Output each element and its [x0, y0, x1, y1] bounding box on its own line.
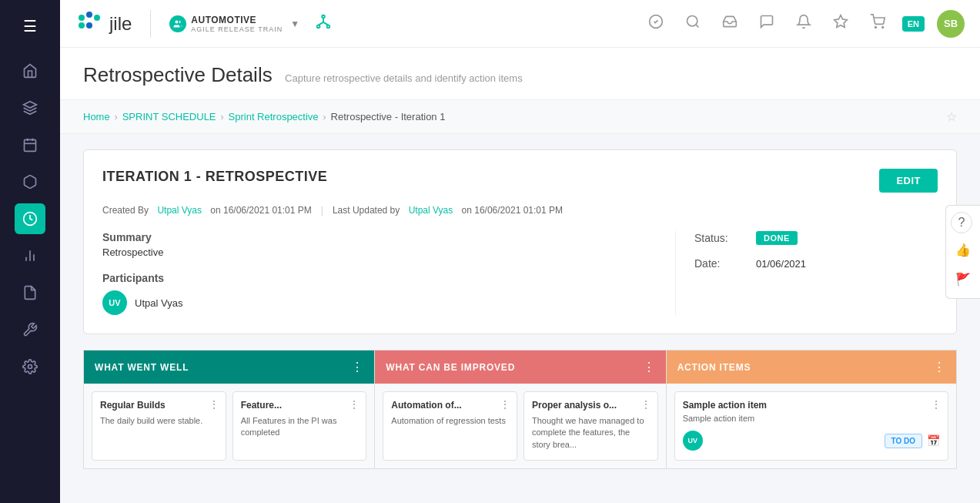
status-label: Status: — [694, 232, 756, 244]
improved-header: WHAT CAN BE IMPROVED ⋮ — [375, 350, 665, 384]
search-icon[interactable] — [681, 9, 705, 38]
went-well-header: WHAT WENT WELL ⋮ — [84, 350, 374, 384]
card-menu-regular-builds[interactable]: ⋮ — [209, 398, 219, 411]
todo-badge: TO DO — [885, 434, 922, 448]
improved-menu[interactable]: ⋮ — [643, 360, 655, 374]
card-text-proper-analysis: Thought we have managed to complete the … — [532, 415, 650, 451]
svg-point-13 — [79, 22, 85, 29]
column-action-items: ACTION ITEMS ⋮ Sample action item Sample… — [666, 350, 957, 469]
card-meta: Created By Utpal Vyas on 16/06/2021 01:0… — [102, 205, 938, 216]
help-icon[interactable]: ? — [951, 212, 972, 233]
star-icon[interactable] — [828, 9, 853, 38]
svg-point-11 — [86, 12, 92, 18]
breadcrumb-sprint-schedule[interactable]: SPRINT SCHEDULE — [122, 111, 216, 122]
column-improved: WHAT CAN BE IMPROVED ⋮ Automation of... … — [374, 350, 665, 469]
breadcrumb: Home › SPRINT SCHEDULE › Sprint Retrospe… — [60, 100, 980, 134]
breadcrumb-home[interactable]: Home — [83, 111, 110, 122]
flag-icon[interactable]: 🚩 — [951, 267, 975, 292]
card-title-feature: Feature... — [241, 400, 359, 411]
user-avatar[interactable]: SB — [937, 10, 965, 38]
card-menu-automation[interactable]: ⋮ — [500, 398, 510, 411]
card-menu-feature[interactable]: ⋮ — [349, 398, 360, 411]
navbar-brand: AUTOMOTIVE AGILE RELEASE TRAIN ▼ — [169, 15, 299, 33]
org-chart-icon[interactable] — [315, 13, 332, 34]
page-subtitle: Capture retrospective details and identi… — [285, 72, 523, 84]
main-container: jile AUTOMOTIVE AGILE RELEASE TRAIN ▼ — [60, 0, 980, 503]
sidebar-packages[interactable] — [15, 166, 45, 197]
brand-dropdown[interactable]: ▼ — [290, 18, 299, 29]
card-title: ITERATION 1 - RETROSPECTIVE — [102, 169, 327, 185]
date-value: 01/06/2021 — [756, 258, 806, 270]
action-card-menu[interactable]: ⋮ — [931, 398, 942, 411]
card-menu-proper-analysis[interactable]: ⋮ — [641, 398, 651, 411]
bell-icon[interactable] — [791, 9, 816, 38]
action-items-cards: Sample action item Sample action item UV… — [667, 384, 956, 468]
card-right: Status: DONE Date: 01/06/2021 — [676, 231, 938, 315]
svg-marker-25 — [834, 15, 847, 28]
sidebar: ☰ — [0, 0, 60, 503]
improved-cards: Automation of... Automation of regressio… — [375, 384, 665, 468]
logo-text: jile — [109, 13, 132, 35]
navbar-divider — [150, 10, 151, 38]
svg-line-21 — [323, 22, 328, 25]
updated-by-link[interactable]: Utpal Vyas — [409, 205, 453, 216]
sidebar-settings[interactable] — [15, 351, 45, 382]
sidebar-tools[interactable] — [15, 314, 45, 345]
action-card-avatar: UV — [683, 431, 703, 451]
inbox-icon[interactable] — [717, 9, 742, 38]
sidebar-chart[interactable] — [15, 240, 45, 271]
card-header: ITERATION 1 - RETROSPECTIVE EDIT — [102, 169, 938, 193]
action-card-text: Sample action item — [683, 414, 940, 423]
check-icon[interactable] — [644, 9, 668, 38]
card-proper-analysis: Proper analysis o... Thought we have man… — [523, 391, 658, 461]
svg-line-20 — [319, 22, 323, 25]
logo-svg — [75, 10, 103, 38]
thumbs-up-icon[interactable]: 👍 — [951, 238, 975, 263]
calendar-icon[interactable]: 📅 — [927, 434, 940, 447]
kanban-board: WHAT WENT WELL ⋮ Regular Builds The dail… — [83, 350, 957, 469]
participant-avatar: UV — [102, 290, 127, 315]
summary-value: Retrospective — [102, 246, 657, 258]
chat-icon[interactable] — [754, 9, 779, 38]
breadcrumb-current: Retrospective - Iteration 1 — [331, 111, 446, 122]
sidebar-doc[interactable] — [15, 277, 45, 308]
action-card-footer: UV TO DO 📅 — [683, 431, 940, 451]
card-automation: Automation of... Automation of regressio… — [383, 391, 517, 461]
breadcrumb-star-icon[interactable]: ☆ — [946, 109, 957, 124]
status-row: Status: DONE — [694, 231, 938, 245]
svg-point-15 — [176, 20, 179, 23]
content-area: Retrospective Details Capture retrospect… — [60, 48, 980, 503]
svg-point-17 — [317, 25, 320, 29]
language-selector[interactable]: EN — [902, 16, 925, 32]
created-on: on 16/06/2021 01:01 PM — [210, 205, 311, 216]
svg-line-24 — [696, 25, 699, 28]
action-items-menu[interactable]: ⋮ — [933, 360, 945, 374]
svg-point-23 — [687, 16, 697, 26]
navbar: jile AUTOMOTIVE AGILE RELEASE TRAIN ▼ — [60, 0, 980, 48]
updated-on: on 16/06/2021 01:01 PM — [462, 205, 563, 216]
cart-icon[interactable] — [865, 9, 890, 38]
card-title-automation: Automation of... — [391, 400, 509, 411]
summary-label: Summary — [102, 231, 657, 243]
created-by-link[interactable]: Utpal Vyas — [157, 205, 202, 216]
sidebar-retrospective[interactable] — [15, 203, 45, 234]
participants-label: Participants — [102, 272, 657, 284]
status-badge: DONE — [756, 231, 798, 245]
card-left: Summary Retrospective Participants UV Ut… — [102, 231, 676, 315]
date-label: Date: — [694, 257, 756, 270]
card-text-feature: All Features in the PI was completed — [241, 415, 359, 439]
edit-button[interactable]: EDIT — [879, 169, 938, 193]
sidebar-layers[interactable] — [15, 92, 45, 123]
sidebar-calendar[interactable] — [15, 129, 45, 160]
brand-icon — [169, 15, 186, 32]
hamburger-menu[interactable]: ☰ — [15, 9, 45, 43]
went-well-menu[interactable]: ⋮ — [351, 360, 363, 374]
svg-point-18 — [327, 25, 330, 29]
participant-row: UV Utpal Vyas — [102, 290, 657, 315]
action-card-sample: Sample action item Sample action item UV… — [674, 391, 948, 461]
sidebar-home[interactable] — [15, 55, 45, 86]
svg-point-27 — [882, 27, 884, 29]
breadcrumb-sprint-retro[interactable]: Sprint Retrospective — [229, 111, 319, 122]
card-body: Summary Retrospective Participants UV Ut… — [102, 231, 938, 315]
meta-separator: | — [321, 205, 323, 216]
